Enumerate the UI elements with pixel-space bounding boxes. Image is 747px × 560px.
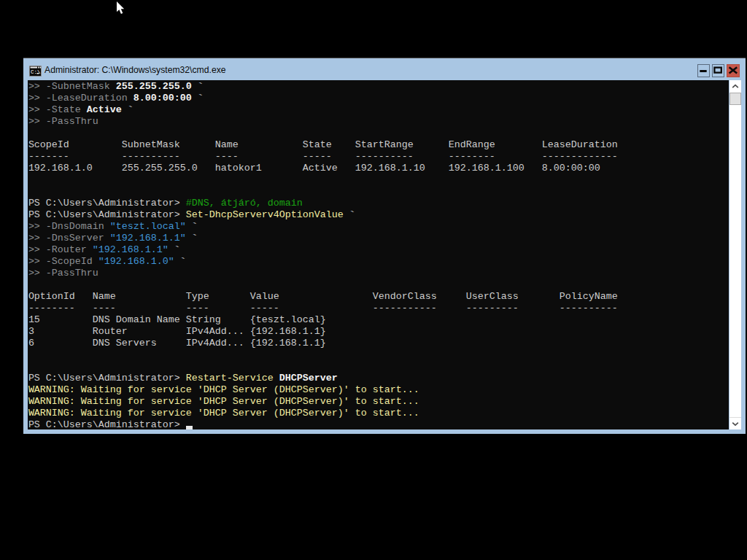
svg-text:C:\: C:\	[31, 69, 41, 75]
